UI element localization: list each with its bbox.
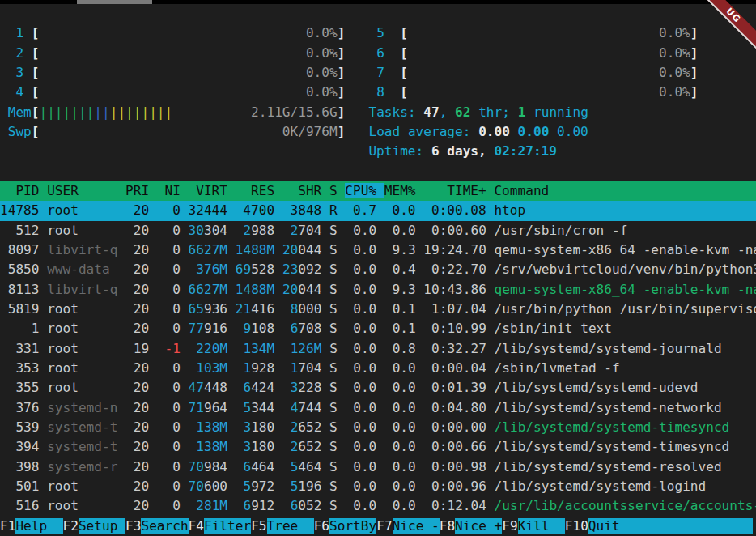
process-command: qemu-system-x86_64 -enable-kvm -na: [495, 282, 756, 297]
text-segment: [345, 104, 368, 120]
text-segment: 344: [251, 400, 274, 415]
process-user: root: [47, 479, 117, 494]
text-segment: [0, 143, 368, 159]
text-segment: 984: [204, 459, 227, 474]
cpu-meter-value: 0.0%: [40, 84, 338, 100]
process-user: root: [47, 301, 117, 317]
text-segment: [181, 321, 189, 336]
memory-value: 138M: [196, 439, 227, 454]
table-header-row[interactable]: PID USER PRI NI VIRT RES SHR S CPU% MEM%…: [0, 181, 756, 201]
process-row-355[interactable]: 355 root 20 0 47448 6424 3228 S 0.0 0.0 …: [0, 378, 756, 398]
running-count: 1: [518, 104, 526, 120]
text-segment: [321, 301, 329, 317]
nice-minus-button[interactable]: Nice -: [393, 518, 440, 534]
text-segment: [23, 25, 32, 40]
process-pid: 8097: [0, 242, 47, 257]
text-segment: [274, 360, 282, 376]
cpu-label: 5: [376, 25, 384, 40]
process-nice: 0: [157, 262, 181, 277]
search-button[interactable]: Search: [141, 518, 188, 534]
setup-button[interactable]: Setup: [79, 518, 125, 534]
meter-bracket: [: [400, 25, 408, 40]
memory-value: 77: [189, 321, 204, 336]
process-row-512[interactable]: 512 root 20 0 30304 2988 2704 S 0.0 0.0 …: [0, 221, 756, 240]
process-pri: 20: [117, 282, 156, 297]
text-segment: [321, 380, 329, 395]
process-row-501[interactable]: 501 root 20 0 70600 5972 5196 S 0.0 0.0 …: [0, 477, 756, 496]
uptime-label: Uptime:: [368, 143, 431, 159]
text-segment: [181, 419, 189, 435]
process-nice: 0: [157, 360, 181, 376]
text-segment: [345, 84, 376, 100]
fkey-f7: F7: [376, 518, 392, 534]
process-row-539[interactable]: 539 systemd-t 20 0 138M 3180 2652 S 0.0 …: [0, 418, 756, 437]
memory-value: 20: [282, 282, 298, 297]
text-segment: [181, 282, 189, 297]
text-segment: [189, 419, 197, 435]
text-segment: 652: [298, 419, 321, 435]
process-row-5850[interactable]: 5850 www-data 20 0 376M 69528 23092 S 0.…: [0, 260, 756, 279]
load-5min: 0.00: [518, 124, 557, 139]
process-pri: 20: [117, 360, 156, 376]
text-segment: [274, 242, 282, 257]
process-row-376[interactable]: 376 systemd-n 20 0 71964 5344 4744 S 0.0…: [0, 398, 756, 418]
sort-column-header[interactable]: CPU%: [345, 183, 384, 198]
nice-plus-button[interactable]: Nice +: [455, 518, 502, 534]
process-row-331[interactable]: 331 root 19 -1 220M 134M 126M S 0.0 0.8 …: [0, 339, 756, 359]
process-row-5819[interactable]: 5819 root 20 0 65936 21416 8000 S 0.0 0.…: [0, 300, 756, 319]
tasks-label: Tasks:: [368, 104, 423, 120]
memory-value: 9: [236, 321, 251, 336]
text-segment: [181, 262, 189, 277]
text-segment: [227, 242, 236, 257]
process-user: root: [47, 360, 117, 376]
process-row-8113[interactable]: 8113 libvirt-q 20 0 6627M 1488M 20044 S …: [0, 280, 756, 300]
cpu-meter-value: 0.0%: [408, 45, 690, 61]
memory-value: 69: [236, 262, 251, 277]
text-segment: 528: [251, 262, 274, 277]
meter-bracket: ]: [690, 45, 699, 61]
text-segment: [181, 223, 189, 238]
quit-button[interactable]: Quit: [588, 518, 635, 534]
text-segment: 228: [298, 380, 321, 395]
mem-meter-row: Mem[||||||||||||||||| 2.11G/15.6G] Tasks…: [0, 103, 756, 122]
cpu-label: 8: [376, 84, 384, 100]
process-stats: 0.0 0.0 0:01.39: [346, 380, 495, 395]
process-stats: 0.0 9.3 19:24.70: [345, 242, 494, 257]
process-row-14785[interactable]: 14785 root 20 0 32444 4700 3848 R 0.7 0.…: [0, 201, 756, 220]
process-pid: 501: [0, 479, 47, 494]
sortby-button[interactable]: SortBy: [329, 518, 376, 534]
uptime-days: 6 days,: [431, 143, 495, 159]
text-segment: 916: [204, 321, 227, 336]
process-pri: 20: [117, 321, 156, 336]
process-row-398[interactable]: 398 systemd-r 20 0 70984 6464 5464 S 0.0…: [0, 457, 756, 477]
text-segment: 196: [298, 479, 321, 494]
cpu-label: 1: [15, 25, 23, 40]
help-button[interactable]: Help: [15, 518, 62, 534]
text-segment: [0, 65, 15, 80]
text-segment: [274, 321, 282, 336]
memory-value: 1: [236, 360, 251, 376]
process-row-516[interactable]: 516 root 20 0 281M 6912 6052 S 0.0 0.0 0…: [0, 496, 756, 516]
memory-value: 1488M: [236, 242, 274, 257]
swp-meter-row: Swp[ 0K/976M] Load average: 0.00 0.00 0.…: [0, 122, 756, 142]
filter-button[interactable]: Filter: [204, 518, 251, 534]
memory-value: 5: [282, 459, 298, 474]
tree-button[interactable]: Tree: [267, 518, 314, 534]
memory-value: 3: [282, 380, 298, 395]
process-row-394[interactable]: 394 systemd-t 20 0 138M 3180 2652 S 0.0 …: [0, 437, 756, 457]
process-pri: 20: [117, 380, 156, 395]
process-pid: 5850: [0, 262, 47, 277]
cpu-meter-row: 1 [ 0.0%] 5 [ 0.0%]: [0, 23, 756, 43]
memory-value: 21: [236, 301, 251, 317]
text-segment: [274, 380, 282, 395]
memory-value: 2: [282, 419, 298, 435]
kill-button[interactable]: Kill: [518, 518, 565, 534]
process-row-1[interactable]: 1 root 20 0 77916 9108 6708 S 0.0 0.1 0:…: [0, 319, 756, 338]
process-command: /usr/bin/python /usr/bin/superviso: [495, 301, 756, 317]
load-average-label: Load average:: [368, 124, 478, 139]
text-segment: [274, 282, 282, 297]
process-row-8097[interactable]: 8097 libvirt-q 20 0 6627M 1488M 20044 S …: [0, 240, 756, 260]
process-row-353[interactable]: 353 root 20 0 103M 1928 1704 S 0.0 0.0 0…: [0, 359, 756, 378]
process-state: S: [329, 459, 345, 474]
text-segment: [181, 459, 189, 474]
